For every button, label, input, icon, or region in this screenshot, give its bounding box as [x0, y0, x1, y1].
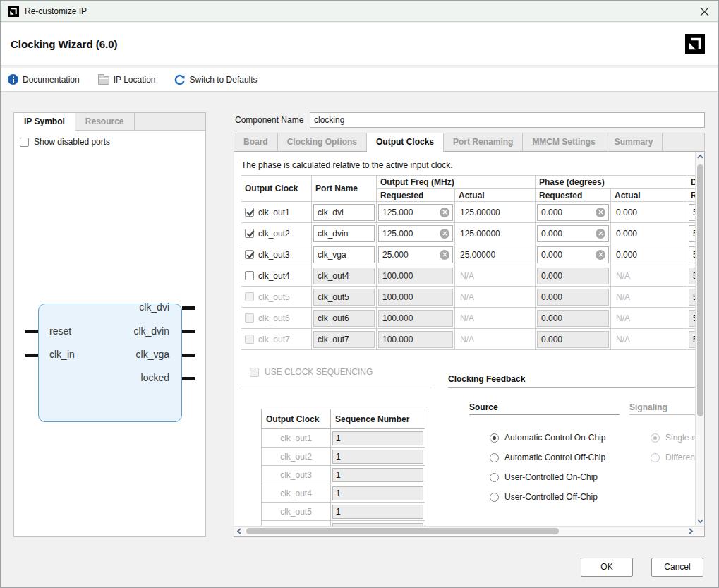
freq-requested-field[interactable]: 25.000	[378, 246, 453, 263]
freq-actual-value: 125.00000	[455, 208, 535, 217]
table-header-row: Output Clock Port Name Output Freq (MHz)…	[241, 176, 696, 189]
switch-to-defaults-button[interactable]: Switch to Defaults	[174, 74, 258, 85]
tab-board[interactable]: Board	[234, 133, 278, 151]
ip-symbol-panel: IP Symbol Resource Show disabled ports r…	[13, 112, 206, 537]
radio-user-controlled-on-chip[interactable]: User-Controlled On-Chip	[490, 472, 598, 482]
component-name-input[interactable]: clocking	[310, 112, 705, 128]
clear-icon[interactable]	[596, 250, 605, 260]
freq-actual-value: 25.00000	[455, 250, 535, 260]
signaling-title: Signaling	[629, 402, 667, 412]
phase-requested-field[interactable]: 0.000	[537, 204, 609, 221]
table-row: clk_out4 clk_out4 100.000 N/A 0.000 N/A …	[241, 265, 696, 287]
scroll-left-icon[interactable]	[234, 527, 244, 536]
tab-mmcm-settings[interactable]: MMCM Settings	[523, 133, 605, 151]
port-name-field: clk_out6	[313, 310, 375, 327]
scroll-right-icon[interactable]	[686, 527, 696, 536]
radio-automatic-control-off-chip[interactable]: Automatic Control Off-Chip	[490, 452, 605, 462]
freq-requested-value: 125.000	[382, 229, 413, 239]
col-output-freq: Output Freq (MHz)	[377, 176, 536, 189]
duty-requested-field[interactable]: 50.000	[689, 204, 695, 221]
horizontal-scrollbar[interactable]	[234, 526, 704, 535]
close-icon[interactable]	[697, 4, 711, 18]
sequence-row: clk_out1 1	[262, 429, 425, 448]
documentation-button[interactable]: Documentation	[8, 74, 80, 85]
col-duty-requested: Requested	[687, 189, 696, 202]
freq-actual-value: N/A	[455, 271, 535, 281]
phase-requested-field[interactable]: 0.000	[537, 225, 609, 242]
col-phase-actual: Actual	[611, 189, 687, 202]
horizontal-scrollbar-thumb[interactable]	[246, 528, 559, 534]
vertical-scrollbar[interactable]	[695, 152, 704, 526]
tab-output-clocks[interactable]: Output Clocks	[367, 133, 444, 152]
clk-dvi-port-stub	[182, 306, 195, 310]
tab-ip-symbol[interactable]: IP Symbol	[14, 113, 75, 131]
seq-clock-name: clk_out2	[262, 448, 331, 466]
clk-out4-checkbox[interactable]	[245, 271, 254, 280]
port-label-reset: reset	[49, 325, 71, 337]
freq-requested-field[interactable]: 125.000	[378, 204, 453, 221]
seq-clock-name: clk_out5	[262, 503, 331, 521]
phase-requested-field[interactable]: 0.000	[537, 246, 609, 263]
phase-actual-value: N/A	[611, 313, 687, 323]
vertical-scrollbar-thumb[interactable]	[697, 164, 703, 416]
clear-icon[interactable]	[596, 229, 605, 239]
port-name-field: clk_out4	[313, 268, 375, 284]
source-title: Source	[469, 402, 498, 412]
seq-clock-name: clk_out1	[262, 429, 331, 448]
clk-out7-checkbox	[245, 335, 254, 344]
clock-name: clk_out5	[258, 292, 290, 302]
clk-out3-checkbox[interactable]	[245, 250, 254, 259]
clk-vga-port-stub	[182, 354, 195, 357]
phase-note: The phase is calculated relative to the …	[241, 160, 453, 170]
xilinx-logo-icon	[8, 6, 19, 17]
cancel-button[interactable]: Cancel	[651, 558, 703, 577]
use-clock-sequencing-label: USE CLOCK SEQUENCING	[265, 367, 373, 377]
locked-port-stub	[182, 377, 195, 380]
tab-port-renaming[interactable]: Port Renaming	[444, 133, 523, 151]
output-clocks-pane: The phase is calculated relative to the …	[234, 151, 705, 537]
ip-location-button[interactable]: IP Location	[98, 75, 156, 85]
ip-symbol-body: Show disabled ports reset clk_in clk_dvi…	[14, 131, 205, 536]
port-name-field[interactable]: clk_dvi	[313, 204, 375, 221]
duty-requested-field[interactable]: 50.000	[689, 225, 695, 242]
recustomize-ip-dialog: Re-customize IP Clocking Wizard (6.0) Do…	[0, 0, 719, 588]
radio-label: Automatic Control On-Chip	[504, 433, 605, 443]
col-sequence-number: Sequence Number	[331, 409, 425, 429]
col-phase-requested: Requested	[536, 189, 611, 202]
freq-requested-field[interactable]: 125.000	[378, 225, 453, 242]
scroll-up-icon[interactable]	[696, 152, 705, 162]
clear-icon[interactable]	[440, 208, 449, 217]
documentation-label: Documentation	[23, 75, 80, 85]
phase-actual-value: 0.000	[611, 229, 687, 239]
duty-requested-field[interactable]: 50.000	[689, 246, 695, 263]
freq-actual-value: N/A	[455, 313, 535, 323]
radio-automatic-control-on-chip[interactable]: Automatic Control On-Chip	[490, 433, 605, 443]
phase-requested-field: 0.000	[537, 310, 609, 327]
clock-name: clk_out7	[258, 335, 290, 344]
radio-differential: Differential	[651, 452, 695, 462]
col-seq-output-clock: Output Clock	[262, 409, 331, 429]
sequence-table: Output Clock Sequence Number clk_out1 1 …	[261, 409, 425, 526]
clear-icon[interactable]	[440, 250, 449, 260]
sequence-row: clk_out4 1	[262, 484, 425, 503]
phase-actual-value: N/A	[611, 335, 687, 344]
scroll-down-icon[interactable]	[696, 516, 705, 526]
port-label-clk-dvi: clk_dvi	[139, 301, 169, 313]
clear-icon[interactable]	[440, 229, 449, 239]
show-disabled-ports-checkbox[interactable]	[20, 138, 29, 147]
sequence-number-field: 1	[332, 431, 423, 445]
tab-summary[interactable]: Summary	[605, 133, 663, 151]
clk-out2-checkbox[interactable]	[245, 229, 254, 238]
tab-clocking-options[interactable]: Clocking Options	[278, 133, 367, 151]
info-icon	[8, 74, 18, 85]
tab-resource[interactable]: Resource	[75, 113, 135, 131]
radio-user-controlled-off-chip[interactable]: User-Controlled Off-Chip	[490, 492, 598, 502]
port-name-field[interactable]: clk_vga	[313, 246, 375, 263]
clear-icon[interactable]	[596, 208, 605, 217]
phase-requested-field: 0.000	[537, 289, 609, 306]
clk-out1-checkbox[interactable]	[245, 208, 254, 217]
sequence-header-row: Output Clock Sequence Number	[262, 409, 425, 429]
ok-button[interactable]: OK	[581, 558, 633, 577]
phase-requested-value: 0.000	[541, 250, 562, 260]
port-name-field[interactable]: clk_dvin	[313, 225, 375, 242]
